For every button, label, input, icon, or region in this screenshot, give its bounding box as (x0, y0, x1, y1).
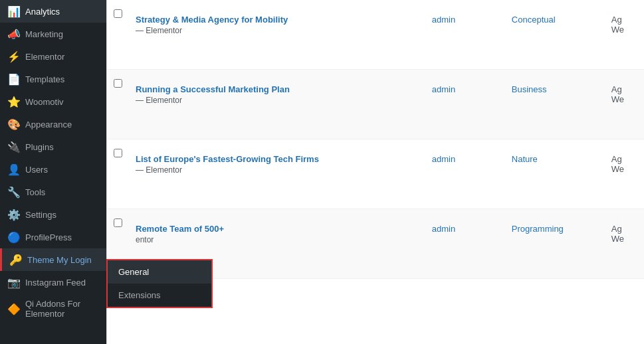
row-author-3: admin (432, 147, 498, 201)
row-checkbox-cell (107, 0, 129, 70)
row-checkbox-4[interactable] (114, 218, 122, 227)
row-author-1: admin (432, 8, 498, 61)
sidebar-item-profilepress[interactable]: 🔵 ProfilePress (0, 226, 106, 248)
row-date-2: Ag We (611, 78, 637, 131)
sidebar-label-plugins: Plugins (25, 142, 54, 152)
row-date-cell-3: Ag We (605, 139, 644, 209)
submenu-item-extensions[interactable]: Extensions (108, 284, 211, 307)
row-type-3: Nature (512, 147, 598, 201)
row-date-cell-4: Ag We (605, 209, 644, 279)
woomotiv-icon: ⭐ (8, 96, 20, 108)
row-date-4: Ag We (611, 217, 637, 270)
row-type-cell-3: Nature (505, 139, 605, 209)
template-name-3[interactable]: List of Europe's Fastest-Growing Tech Fi… (136, 154, 319, 164)
row-author-cell-2: admin (425, 70, 505, 139)
table-row: List of Europe's Fastest-Growing Tech Fi… (107, 139, 644, 209)
tools-icon: 🔧 (8, 186, 20, 198)
sidebar-item-theme-my-login[interactable]: 🔑 Theme My Login (0, 248, 106, 271)
sidebar-item-settings[interactable]: ⚙️ Settings (0, 203, 106, 226)
sidebar-label-qi-addons: Qi Addons For Elementor (25, 299, 98, 319)
qi-addons-icon: 🔶 (8, 303, 20, 315)
row-author-4: admin (432, 217, 498, 270)
row-author-cell-4: admin (425, 209, 505, 279)
marketing-icon: 📣 (8, 28, 20, 40)
row-checkbox-cell (107, 70, 129, 139)
sidebar: 📊 Analytics 📣 Marketing ⚡ Elementor 📄 Te… (0, 0, 106, 344)
analytics-icon: 📊 (8, 5, 20, 17)
sidebar-item-plugins[interactable]: 🔌 Plugins (0, 135, 106, 158)
templates-icon: 📄 (8, 73, 20, 85)
table-row: Running a Successful Marketing Plan — El… (107, 70, 644, 139)
sidebar-item-instagram-feed[interactable]: 📷 Instagram Feed (0, 271, 106, 294)
row-author-cell-3: admin (425, 139, 505, 209)
template-subtitle-4: entor (136, 235, 419, 244)
sidebar-item-templates[interactable]: 📄 Templates (0, 68, 106, 90)
template-subtitle-3: — Elementor (136, 165, 419, 175)
sidebar-label-tools: Tools (25, 187, 45, 197)
sidebar-label-settings: Settings (25, 210, 56, 220)
sidebar-label-theme-my-login: Theme My Login (27, 255, 92, 265)
row-checkbox-cell (107, 139, 129, 209)
row-type-cell-1: Conceptual (505, 0, 605, 70)
row-name-cell-2: Running a Successful Marketing Plan — El… (129, 70, 425, 139)
row-date-cell-1: Ag We (605, 0, 644, 70)
row-checkbox-3[interactable] (114, 149, 122, 157)
row-checkbox-2[interactable] (114, 79, 122, 88)
row-name-cell-1: Strategy & Media Agency for Mobility — E… (129, 0, 425, 70)
sidebar-label-instagram-feed: Instagram Feed (25, 278, 86, 288)
sidebar-label-appearance: Appearance (25, 120, 72, 129)
plugins-icon: 🔌 (8, 141, 20, 153)
sidebar-label-elementor: Elementor (25, 52, 64, 62)
submenu-popup: General Extensions (106, 259, 213, 308)
sidebar-label-analytics: Analytics (25, 7, 60, 17)
row-date-3: Ag We (611, 147, 637, 201)
elementor-icon: ⚡ (8, 50, 20, 62)
instagram-icon: 📷 (8, 276, 20, 288)
sidebar-item-analytics[interactable]: 📊 Analytics (0, 0, 106, 23)
sidebar-item-qi-addons[interactable]: 🔶 Qi Addons For Elementor (0, 294, 106, 324)
appearance-icon: 🎨 (8, 118, 20, 130)
sidebar-item-woomotiv[interactable]: ⭐ Woomotiv (0, 90, 106, 113)
row-checkbox-1[interactable] (114, 9, 122, 18)
template-subtitle-1: — Elementor (136, 26, 419, 35)
templates-table: Strategy & Media Agency for Mobility — E… (107, 0, 644, 279)
sidebar-label-templates: Templates (25, 74, 64, 84)
template-name-2[interactable]: Running a Successful Marketing Plan (136, 84, 290, 94)
row-content-3: List of Europe's Fastest-Growing Tech Fi… (136, 147, 419, 201)
users-icon: 👤 (8, 163, 20, 175)
row-name-cell-3: List of Europe's Fastest-Growing Tech Fi… (129, 139, 425, 209)
sidebar-item-elementor[interactable]: ⚡ Elementor (0, 45, 106, 68)
row-date-cell-2: Ag We (605, 70, 644, 139)
row-author-2: admin (432, 78, 498, 131)
theme-my-login-icon: 🔑 (10, 254, 22, 266)
sidebar-label-marketing: Marketing (25, 29, 63, 39)
row-type-2: Business (512, 78, 598, 131)
sidebar-label-users: Users (25, 165, 48, 175)
sidebar-label-woomotiv: Woomotiv (25, 97, 64, 107)
row-type-4: Programming (512, 217, 598, 270)
row-type-1: Conceptual (512, 8, 598, 61)
row-author-cell-1: admin (425, 0, 505, 70)
template-subtitle-2: — Elementor (136, 96, 419, 105)
sidebar-label-profilepress: ProfilePress (25, 232, 72, 242)
table-row: Strategy & Media Agency for Mobility — E… (107, 0, 644, 70)
sidebar-item-tools[interactable]: 🔧 Tools (0, 181, 106, 203)
row-content-2: Running a Successful Marketing Plan — El… (136, 78, 419, 131)
profilepress-icon: 🔵 (8, 231, 20, 243)
row-type-cell-4: Programming (505, 209, 605, 279)
sidebar-item-appearance[interactable]: 🎨 Appearance (0, 113, 106, 135)
row-type-cell-2: Business (505, 70, 605, 139)
sidebar-item-marketing[interactable]: 📣 Marketing (0, 23, 106, 45)
template-name-1[interactable]: Strategy & Media Agency for Mobility (136, 15, 288, 25)
sidebar-item-users[interactable]: 👤 Users (0, 158, 106, 181)
template-name-4[interactable]: Remote Team of 500+ (136, 224, 224, 234)
row-date-1: Ag We (611, 8, 637, 61)
settings-icon: ⚙️ (8, 209, 20, 220)
submenu-item-general[interactable]: General (108, 260, 211, 284)
row-content-1: Strategy & Media Agency for Mobility — E… (136, 8, 419, 61)
